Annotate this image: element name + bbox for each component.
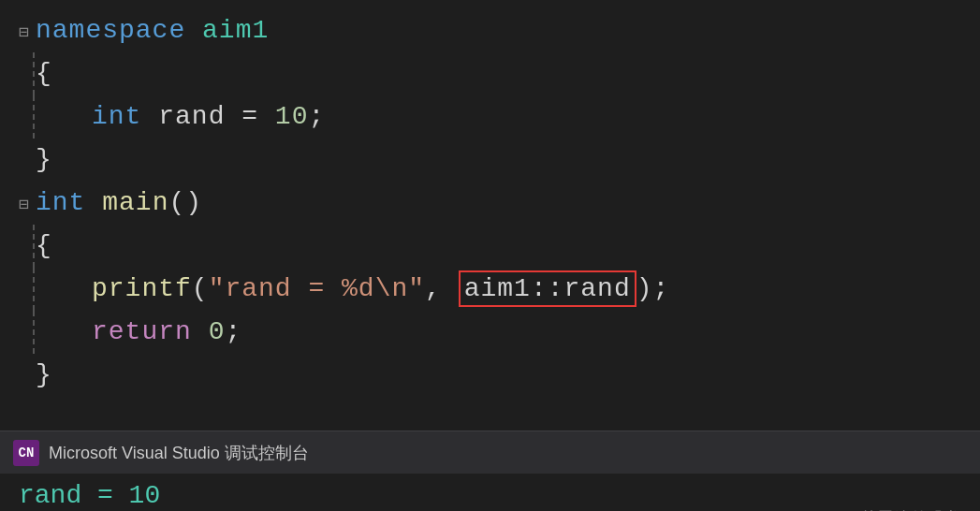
paren-open-printf: ( [192,274,209,303]
aim1-rand-text: aim1::rand [464,274,631,303]
code-intmain: int main() [36,182,202,225]
scope-dashed-line [33,52,35,95]
namespace-name: aim1 [202,16,269,45]
keyword-namespace: namespace [36,16,202,45]
fold-icon-main[interactable]: ⊟ [19,194,30,214]
number-0: 0 [209,317,226,346]
console-bar: CN Microsoft Visual Studio 调试控制台 [0,431,980,474]
brace-close2: } [36,354,52,397]
output-text: rand = 10 [19,481,160,510]
code-line-intmain: ⊟ int main() [0,182,980,225]
scope-dashed-line5 [33,311,35,354]
watermark-text: CSDN @戴墨镜的恐龙 [791,507,961,511]
fold-indicator-empty4 [19,239,30,257]
scope-dashed-line2 [33,95,35,139]
highlighted-aim1-rand: aim1::rand [459,270,636,307]
brace-open2: { [36,225,52,268]
paren-main: () [168,188,202,217]
code-line-return: return 0; [0,311,980,354]
keyword-int2: int [36,188,102,217]
op-eq1: = [241,102,275,131]
code-return: return 0; [92,311,241,354]
func-printf: printf [92,274,192,303]
code-line-namespace: ⊟ namespace aim1 [0,9,980,52]
code-printf: printf("rand = %d\n", aim1::rand); [92,268,669,311]
var-rand: rand [158,102,241,131]
fold-indicator-empty7 [19,368,30,387]
fold-indicator-empty3 [19,153,30,171]
output-area: rand = 10 CSDN @戴墨镜的恐龙 [0,474,980,511]
keyword-int1: int [92,102,158,131]
scope-dashed-line4 [33,268,35,311]
code-line-intrand: int rand = 10; [0,95,980,139]
func-main: main [102,188,168,217]
scope-dashed-line3 [33,225,35,268]
string-literal: "rand = %d\n" [209,274,425,303]
semi-return: ; [225,317,241,346]
brace-open1: { [36,52,52,95]
code-intrand: int rand = 10; [92,95,325,139]
brace-close1: } [36,139,52,182]
console-icon: CN [13,440,39,466]
code-line-printf: printf("rand = %d\n", aim1::rand); [0,268,980,311]
code-line-close1: } [0,139,980,182]
fold-indicator-empty5 [19,282,30,300]
code-line-open1: { [0,52,980,95]
semi1: ; [308,102,325,131]
console-title: Microsoft Visual Studio 调试控制台 [49,442,309,464]
fold-indicator-empty2 [19,110,30,128]
console-icon-label: CN [19,445,35,460]
paren-close-printf: ); [636,274,670,303]
code-editor: ⊟ namespace aim1 { int rand = 10; } ⊟ in… [0,0,980,431]
code-line-close2: } [0,354,980,397]
comma-printf: , [425,274,459,303]
fold-indicator-empty6 [19,325,30,343]
code-line-open2: { [0,225,980,268]
fold-icon-namespace[interactable]: ⊟ [19,22,30,42]
keyword-return: return [92,317,209,346]
fold-indicator-empty1 [19,66,30,85]
number-10-1: 10 [275,102,309,131]
